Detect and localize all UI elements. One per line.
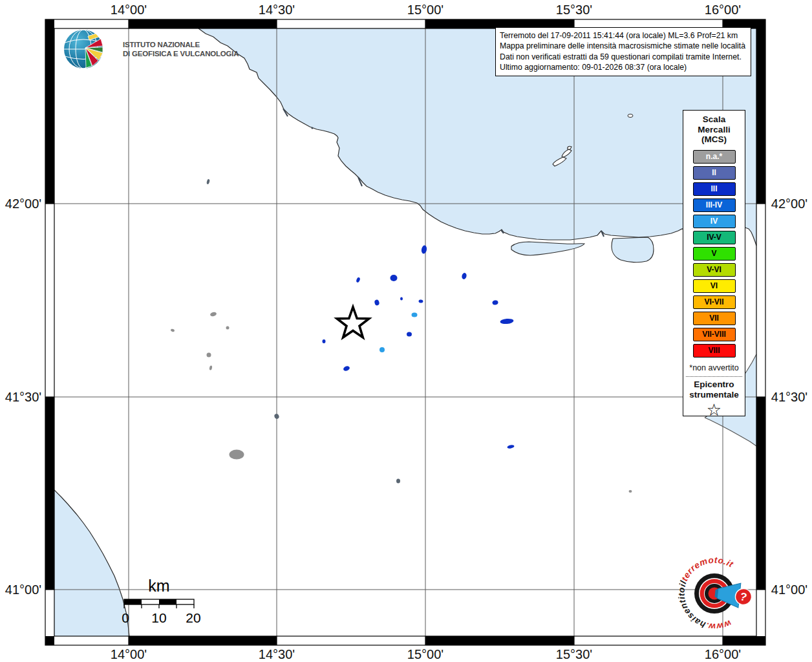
lat-label-right-2: 41°30' xyxy=(771,390,807,405)
locality-marker xyxy=(390,275,398,281)
lon-label-top-3: 15°00' xyxy=(407,3,443,17)
ingv-name-line2: DI GEOFISICA E VULCANOLOGIA xyxy=(123,50,239,59)
info-line-questionnaires: Dati non verificati estratti da 59 quest… xyxy=(500,52,747,62)
lon-label-top-4: 15°30' xyxy=(556,3,592,17)
legend-swatch-na: n.a.* xyxy=(693,150,736,164)
lat-label-right-3: 41°00' xyxy=(771,582,807,597)
legend-items: n.a.*IIIIIIII-IVIVIV-VVV-VIVIVI-VIIVIIVI… xyxy=(683,150,745,358)
legend-swatch-ivv: IV-V xyxy=(693,231,736,244)
earthquake-info-box: Terremoto del 17-09-2011 15:41:44 (ora l… xyxy=(495,27,751,76)
ingv-logo: ISTITUTO NAZIONALE DI GEOFISICA E VULCAN… xyxy=(63,28,212,71)
lat-label-left-1: 42°00' xyxy=(5,197,41,211)
legend-swatch-viiviii: VII-VIII xyxy=(693,328,736,341)
info-line-map-type: Mappa preliminare delle intensità macros… xyxy=(500,41,747,51)
info-line-event: Terremoto del 17-09-2011 15:41:44 (ora l… xyxy=(500,30,747,41)
scale-tick-0: 0 xyxy=(122,610,129,626)
legend-title-line3: (MCS) xyxy=(683,134,745,145)
locality-marker xyxy=(396,479,400,484)
lon-label-top-2: 14°30' xyxy=(259,3,295,17)
legend-footnote: *non avvertito xyxy=(683,363,745,372)
locality-marker xyxy=(323,339,326,343)
lat-label-left-2: 41°30' xyxy=(5,390,41,405)
legend-title-line1: Scala xyxy=(683,114,745,125)
locality-marker xyxy=(407,332,412,337)
lon-label-bottom-3: 15°00' xyxy=(407,647,443,662)
locality-marker xyxy=(400,297,403,301)
lon-label-top-1: 14°00' xyxy=(111,3,147,17)
lon-label-bottom-4: 15°30' xyxy=(556,647,592,662)
haisentitoilterremoto-logo: ? www.haisentitoilterremoto.it xyxy=(672,551,758,637)
mercalli-legend: Scala Mercalli (MCS) n.a.*IIIIIIII-IVIVI… xyxy=(683,110,745,416)
legend-swatch-viii: VIII xyxy=(693,344,736,358)
ingv-institute-name: ISTITUTO NAZIONALE DI GEOFISICA E VULCAN… xyxy=(123,41,239,58)
ingv-name-line1: ISTITUTO NAZIONALE xyxy=(123,41,239,50)
legend-swatch-iv: IV xyxy=(693,215,736,228)
legend-epicenter-label-line1: Epicentro xyxy=(683,379,745,390)
locality-marker xyxy=(226,326,230,330)
info-line-updated: Ultimo aggiornamento: 09-01-2026 08:37 (… xyxy=(500,62,747,72)
legend-swatch-vvi: V-VI xyxy=(693,263,736,277)
legend-swatch-v: V xyxy=(693,247,736,261)
legend-divider xyxy=(686,376,742,377)
ingv-globe-icon xyxy=(63,28,105,70)
legend-swatch-iii: III xyxy=(693,182,736,196)
locality-marker xyxy=(379,347,385,352)
lon-label-top-5: 16°00' xyxy=(705,3,741,17)
legend-title: Scala Mercalli (MCS) xyxy=(683,114,745,145)
site-url-www: www. xyxy=(705,618,733,632)
lon-label-bottom-1: 14°00' xyxy=(111,647,147,662)
lon-label-bottom-2: 14°30' xyxy=(259,647,295,662)
locality-marker xyxy=(207,353,211,358)
legend-swatch-vii: VII xyxy=(693,312,736,325)
lat-label-right-1: 42°00' xyxy=(771,197,807,211)
seismic-intensity-map-page: 14°00' 14°30' 15°00' 15°30' 16°00' 14°00… xyxy=(0,0,812,662)
legend-title-line2: Mercalli xyxy=(683,125,745,135)
legend-epicenter-label-line2: strumentale xyxy=(683,390,745,401)
scale-tick-20: 20 xyxy=(186,610,200,626)
locality-marker xyxy=(629,490,632,493)
lon-label-bottom-5: 16°00' xyxy=(705,647,741,662)
legend-swatch-vi: VI xyxy=(693,279,736,293)
scale-bar-unit: km xyxy=(148,577,169,595)
locality-marker xyxy=(412,313,418,317)
pianosa-islet xyxy=(628,114,633,118)
lat-label-left-3: 41°00' xyxy=(5,582,41,597)
legend-swatch-iiiiv: III-IV xyxy=(693,198,736,212)
locality-marker xyxy=(230,450,244,460)
legend-swatch-vivii: VI-VII xyxy=(693,295,736,309)
epicenter-star-icon: ☆ xyxy=(683,401,745,419)
varano-lagoon xyxy=(612,237,654,262)
scale-tick-10: 10 xyxy=(151,610,166,626)
legend-swatch-ii: II xyxy=(693,166,736,180)
